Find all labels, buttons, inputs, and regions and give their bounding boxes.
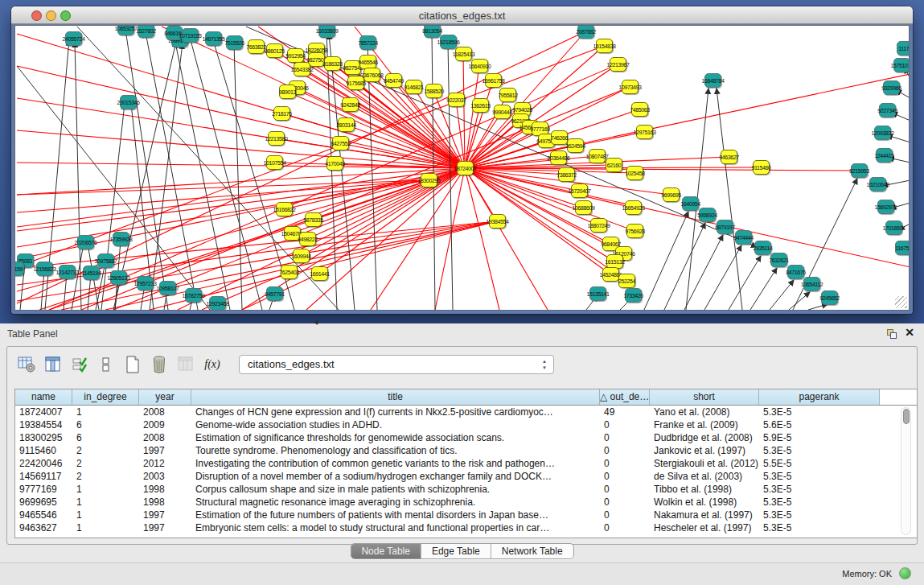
graph-node[interactable]: 9498222 xyxy=(299,232,316,246)
graph-node[interactable]: 8454749 xyxy=(385,73,402,88)
close-panel-icon[interactable]: ✕ xyxy=(905,326,914,339)
graph-node[interactable]: 10973493 xyxy=(622,80,639,94)
graph-node[interactable]: 11825413 xyxy=(455,47,472,61)
graph-node[interactable]: 17016504 xyxy=(885,220,902,235)
column-header[interactable]: short xyxy=(650,389,759,405)
graph-node[interactable]: 989013 xyxy=(279,84,296,99)
graph-node[interactable]: 16640910 xyxy=(471,59,488,73)
graph-node[interactable]: 1691441 xyxy=(311,266,328,281)
tab-node-table[interactable]: Node Table xyxy=(351,544,421,558)
graph-node[interactable]: 3624594 xyxy=(567,138,584,153)
table-row[interactable]: 1872400712008Changes of HCN gene express… xyxy=(15,406,917,418)
graph-node[interactable]: 1025458 xyxy=(626,166,643,180)
graph-node[interactable]: 16654923 xyxy=(625,200,642,215)
column-header[interactable]: year xyxy=(139,389,191,405)
table-row[interactable]: 2242004622012Investigating the contribut… xyxy=(15,457,917,470)
table-row[interactable]: 977716911998Corpus callosum shape and si… xyxy=(15,483,917,496)
graph-node[interactable]: 4170043 xyxy=(326,156,343,171)
vertical-scrollbar[interactable] xyxy=(901,407,911,535)
graph-node[interactable]: 11175 xyxy=(897,41,910,56)
graph-node[interactable]: 8215953 xyxy=(851,163,868,178)
table-row[interactable]: 946554611997Estimation of the future num… xyxy=(15,509,917,521)
graph-node[interactable]: 9175685 xyxy=(347,76,364,90)
graph-node[interactable]: 116753 xyxy=(895,241,910,255)
graph-node[interactable]: 12156823 xyxy=(36,262,53,276)
graph-node[interactable]: 15692971 xyxy=(877,200,894,214)
graph-node[interactable]: 30975887 xyxy=(97,253,114,268)
column-header[interactable]: in_degree xyxy=(72,389,139,405)
delete-table-icon[interactable] xyxy=(150,355,169,374)
graph-node[interactable]: 15135141 xyxy=(589,286,606,301)
graph-node[interactable]: 10688609 xyxy=(575,200,592,215)
graph-node[interactable]: 9329966 xyxy=(883,80,900,95)
table-row[interactable]: 1456911722003Disruption of a novel membe… xyxy=(15,470,917,483)
graph-node[interactable]: 10719155 xyxy=(182,28,199,43)
graph-node[interactable]: 20206576 xyxy=(77,235,94,249)
column-header[interactable]: name xyxy=(15,389,72,405)
graph-node[interactable]: 7485063 xyxy=(631,102,648,117)
graph-node[interactable]: 17957233 xyxy=(137,276,154,290)
graph-node[interactable]: 10654112 xyxy=(803,277,820,291)
graph-node[interactable]: 18807249 xyxy=(590,218,607,233)
scrollbar-thumb[interactable] xyxy=(903,409,910,424)
graph-node[interactable]: 19384554 xyxy=(489,214,506,229)
graph-node[interactable]: 10107554 xyxy=(266,155,283,170)
graph-node[interactable]: 18300295 xyxy=(421,173,437,187)
graph-node[interactable]: 23015346 xyxy=(120,95,137,109)
tab-edge-table[interactable]: Edge Table xyxy=(421,544,491,558)
graph-node[interactable]: 16782759 xyxy=(185,288,202,303)
graph-node[interactable]: 1145194 xyxy=(83,266,100,280)
graph-node[interactable]: 9860125 xyxy=(266,43,283,58)
graph-node[interactable]: 15751074 xyxy=(893,58,910,72)
graph-node[interactable]: 8813054 xyxy=(424,25,441,38)
graph-node[interactable]: 16720407 xyxy=(571,183,588,198)
graph-node[interactable]: 62160 xyxy=(606,158,622,172)
graph-node[interactable]: 12093832 xyxy=(874,126,891,140)
graph-node[interactable]: 8186328 xyxy=(324,56,341,71)
apply-function-icon[interactable]: f(x) xyxy=(203,355,222,374)
graph-node[interactable]: 12213580 xyxy=(268,131,285,146)
float-panel-icon[interactable] xyxy=(887,329,897,339)
table-row[interactable]: 1830029562008Estimation of significance … xyxy=(15,431,917,444)
graph-node[interactable]: 16210643 xyxy=(869,177,886,192)
graph-node[interactable]: 7625402 xyxy=(281,265,298,279)
graph-node[interactable]: 8471676 xyxy=(787,265,804,279)
graph-node[interactable]: 5878335 xyxy=(305,212,322,227)
graph-node[interactable]: 1244415 xyxy=(876,148,893,163)
graph-node[interactable]: 9115460 xyxy=(753,160,770,175)
select-rows-icon[interactable] xyxy=(70,355,89,374)
graph-node[interactable]: 10807487 xyxy=(589,149,606,163)
table-row[interactable]: 969969511998Structural magnetic resonanc… xyxy=(15,496,917,509)
graph-node[interactable]: 10653257 xyxy=(117,25,134,35)
graph-node[interactable]: 7857224 xyxy=(359,35,376,50)
graph-node[interactable]: 12213967 xyxy=(610,57,626,72)
graph-node[interactable]: 2935114 xyxy=(754,241,771,255)
graph-node[interactable]: 9146821 xyxy=(405,80,422,94)
memory-status-indicator[interactable] xyxy=(899,567,911,579)
graph-node[interactable]: 18724007 xyxy=(457,161,474,175)
graph-node[interactable]: 16154838 xyxy=(596,39,613,53)
new-table-icon[interactable] xyxy=(123,355,142,374)
graph-node[interactable]: 16033809 xyxy=(318,25,335,38)
network-canvas[interactable]: 1872400776638229860125591295418226058982… xyxy=(14,25,910,311)
graph-node[interactable]: 12505133 xyxy=(110,270,127,285)
graph-node[interactable]: 9242848 xyxy=(342,97,359,112)
graph-node[interactable]: 12923468 xyxy=(209,296,226,311)
graph-node[interactable]: 39159 xyxy=(14,262,24,276)
graph-node[interactable]: 24055724 xyxy=(65,31,82,46)
graph-node[interactable]: 2718176 xyxy=(273,106,290,121)
graph-node[interactable]: 1588520 xyxy=(425,84,442,98)
graph-node[interactable]: 19218596 xyxy=(440,35,457,49)
column-header[interactable]: title xyxy=(191,389,600,405)
graph-node[interactable]: 16543382 xyxy=(294,62,310,76)
graph-node[interactable]: 7632621 xyxy=(770,253,787,267)
toggle-rows-icon[interactable] xyxy=(97,355,116,374)
table-row[interactable]: 1938455462009Genome-wide association stu… xyxy=(15,418,917,431)
graph-node[interactable]: 12142737 xyxy=(59,265,76,279)
graph-node[interactable]: 2803144 xyxy=(338,117,355,132)
graph-node[interactable]: 7663822 xyxy=(248,39,265,54)
graph-node[interactable]: 1640954 xyxy=(682,196,699,211)
graph-node[interactable]: 2087682 xyxy=(577,25,594,39)
graph-node[interactable]: 9245652 xyxy=(821,290,838,305)
graph-node[interactable]: 9474444 xyxy=(735,230,752,245)
